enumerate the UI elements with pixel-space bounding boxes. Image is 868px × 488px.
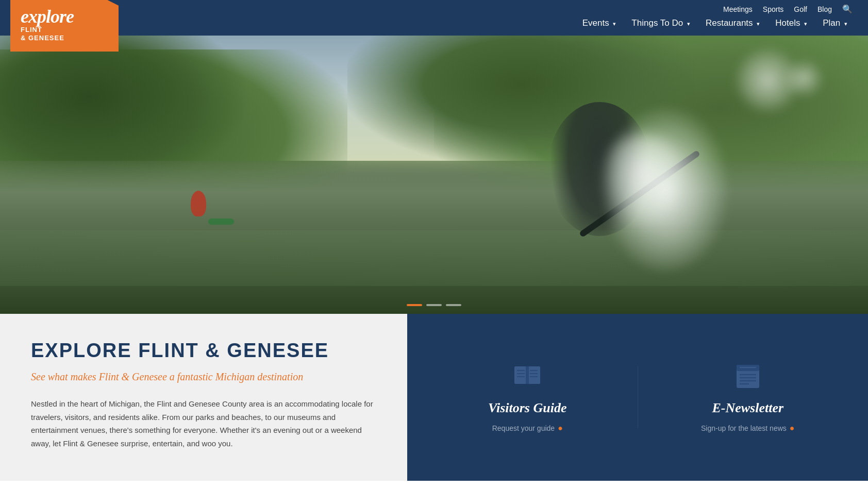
enewsletter-arrow-icon: ● bbox=[790, 424, 795, 433]
visitors-guide-arrow-icon: ● bbox=[558, 424, 563, 433]
newsletter-icon bbox=[732, 362, 763, 393]
nav-things-to-do[interactable]: Things To Do ▾ bbox=[626, 16, 695, 30]
logo-container: explore FLINT & GENESEE bbox=[10, 0, 124, 59]
svg-rect-2 bbox=[526, 366, 529, 384]
sports-link[interactable]: Sports bbox=[763, 5, 783, 13]
top-nav-bar: Meetings Sports Golf Blog 🔍 bbox=[0, 0, 868, 16]
page-description: Nestled in the heart of Michigan, the Fl… bbox=[31, 397, 376, 450]
slider-dot-1[interactable] bbox=[407, 304, 422, 306]
plan-caret: ▾ bbox=[844, 21, 847, 27]
visitors-guide-card[interactable]: Visitors Guide Request your guide ● bbox=[418, 352, 638, 443]
nav-plan[interactable]: Plan ▾ bbox=[817, 16, 853, 30]
events-caret: ▾ bbox=[613, 21, 616, 27]
enewsletter-title: E-Newsletter bbox=[712, 400, 783, 416]
svg-rect-0 bbox=[514, 366, 526, 384]
visitors-guide-title: Visitors Guide bbox=[488, 400, 566, 416]
slider-dots bbox=[407, 304, 461, 306]
sidebar-cards-panel: Visitors Guide Request your guide ● bbox=[407, 314, 868, 481]
page-subtitle: See what makes Flint & Genesee a fantast… bbox=[31, 371, 376, 383]
content-area: EXPLORE FLINT & GENESEE See what makes F… bbox=[0, 314, 868, 481]
nav-restaurants[interactable]: Restaurants ▾ bbox=[700, 16, 765, 30]
logo-explore-text: explore bbox=[21, 7, 74, 26]
restaurants-caret: ▾ bbox=[757, 21, 760, 27]
main-nav-bar: Events ▾ Things To Do ▾ Restaurants ▾ Ho… bbox=[0, 16, 868, 36]
logo-flint-text: FLINT & GENESEE bbox=[21, 26, 64, 42]
slider-dot-2[interactable] bbox=[426, 304, 442, 306]
logo-wrapper: explore FLINT & GENESEE bbox=[10, 0, 124, 59]
hero-section bbox=[0, 36, 868, 314]
logo-banner[interactable]: explore FLINT & GENESEE bbox=[10, 0, 119, 52]
search-icon[interactable]: 🔍 bbox=[842, 4, 853, 14]
main-content-panel: EXPLORE FLINT & GENESEE See what makes F… bbox=[0, 314, 407, 481]
enewsletter-link-text: Sign-up for the latest news bbox=[701, 424, 787, 432]
book-icon bbox=[512, 362, 543, 393]
svg-rect-1 bbox=[528, 366, 540, 384]
nav-hotels[interactable]: Hotels ▾ bbox=[770, 16, 812, 30]
slider-dot-3[interactable] bbox=[446, 304, 461, 306]
enewsletter-link[interactable]: Sign-up for the latest news ● bbox=[701, 424, 794, 433]
golf-link[interactable]: Golf bbox=[794, 5, 807, 13]
page-title: EXPLORE FLINT & GENESEE bbox=[31, 340, 376, 362]
visitors-guide-link-text: Request your guide bbox=[492, 424, 555, 432]
things-to-do-caret: ▾ bbox=[687, 21, 690, 27]
hotels-caret: ▾ bbox=[804, 21, 807, 27]
meetings-link[interactable]: Meetings bbox=[723, 5, 753, 13]
blog-link[interactable]: Blog bbox=[817, 5, 832, 13]
enewsletter-card[interactable]: E-Newsletter Sign-up for the latest news… bbox=[638, 352, 858, 443]
visitors-guide-link[interactable]: Request your guide ● bbox=[492, 424, 563, 433]
nav-events[interactable]: Events ▾ bbox=[577, 16, 622, 30]
site-header: explore FLINT & GENESEE Meetings Sports … bbox=[0, 0, 868, 36]
